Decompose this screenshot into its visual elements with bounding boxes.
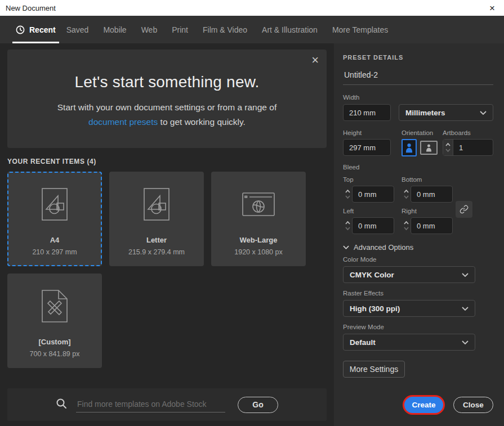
bleed-right-label: Right [402, 208, 417, 214]
height-label: Height [343, 129, 402, 136]
create-button[interactable]: Create [404, 397, 443, 413]
raster-effects-dropdown[interactable]: High (300 ppi) [343, 300, 475, 317]
hero-close-icon[interactable]: × [311, 54, 319, 66]
chevron-down-icon [462, 340, 469, 344]
bleed-right-stepper [402, 217, 453, 234]
tab-film-video[interactable]: Film & Video [195, 16, 255, 43]
increment-icon[interactable] [404, 221, 409, 225]
dialog-footer: Create Close [343, 397, 493, 413]
tab-label: Saved [66, 25, 89, 34]
bleed-left-label: Left [343, 208, 402, 214]
artboard-doc-icon [8, 173, 101, 236]
recent-items-header: YOUR RECENT ITEMS (4) [7, 158, 327, 165]
preset-card-dims: 1920 x 1080 px [234, 248, 283, 256]
bleed-left-stepper [343, 217, 394, 234]
orientation-portrait-button[interactable] [402, 139, 417, 156]
increment-icon[interactable] [404, 190, 409, 193]
go-button[interactable]: Go [238, 397, 278, 413]
increment-icon[interactable] [345, 190, 350, 193]
preset-card-a4[interactable]: A4 210 x 297 mm [7, 172, 102, 266]
document-name-field[interactable] [343, 68, 493, 85]
artboards-increment-icon[interactable] [445, 143, 451, 146]
preset-card-dims: 215.9 x 279.4 mm [128, 248, 185, 256]
preset-card-letter[interactable]: Letter 215.9 x 279.4 mm [109, 172, 204, 266]
tab-print[interactable]: Print [164, 16, 195, 43]
bleed-right-input[interactable] [411, 217, 453, 234]
units-dropdown[interactable]: Millimeters [399, 104, 493, 121]
tab-web[interactable]: Web [134, 16, 165, 43]
search-input[interactable] [76, 397, 225, 412]
more-settings-button[interactable]: More Settings [343, 361, 405, 378]
window-title: New Document [6, 4, 56, 12]
artboards-stepper [443, 139, 493, 156]
window-close-icon[interactable]: × [486, 3, 498, 13]
raster-effects-label: Raster Effects [343, 290, 493, 297]
bleed-bottom-stepper [402, 186, 453, 203]
preset-card-name: A4 [50, 236, 60, 244]
portrait-person-icon [405, 142, 413, 153]
decrement-icon[interactable] [404, 227, 409, 230]
preset-card-custom[interactable]: [Custom] 700 x 841.89 px [7, 273, 102, 368]
color-mode-dropdown[interactable]: CMYK Color [343, 266, 475, 283]
preset-card-name: Web-Large [240, 236, 278, 244]
tab-label: Print [172, 25, 188, 34]
custom-doc-icon [8, 275, 101, 338]
tab-label: Recent [29, 25, 56, 34]
tab-label: More Templates [332, 25, 388, 34]
recent-items-grid: A4 210 x 297 mm Letter 215.9 x 279.4 mm [7, 172, 327, 368]
tab-saved[interactable]: Saved [59, 16, 96, 43]
chevron-down-icon [462, 307, 469, 311]
preview-mode-dropdown[interactable]: Default [343, 334, 475, 351]
tab-label: Art & Illustration [262, 25, 318, 34]
tab-label: Film & Video [203, 25, 247, 34]
bleed-bottom-input[interactable] [411, 186, 453, 203]
width-label: Width [343, 94, 493, 101]
width-input[interactable] [343, 104, 391, 121]
bleed-grid: Top Bottom [343, 176, 493, 234]
landscape-person-icon [425, 144, 432, 152]
bleed-top-input[interactable] [352, 186, 394, 203]
tab-more-templates[interactable]: More Templates [325, 16, 395, 43]
browser-globe-icon [212, 173, 305, 236]
bleed-left-input[interactable] [352, 217, 394, 234]
hero-banner: × Let's start something new. Start with … [7, 50, 327, 148]
preset-details-header: PRESET DETAILS [343, 54, 493, 61]
advanced-options-toggle[interactable]: Advanced Options [343, 243, 493, 252]
close-button[interactable]: Close [453, 397, 493, 413]
decrement-icon[interactable] [345, 195, 350, 199]
bleed-label: Bleed [343, 164, 493, 171]
artboards-decrement-icon[interactable] [445, 149, 451, 152]
tab-label: Mobile [103, 25, 126, 34]
preset-card-name: [Custom] [38, 338, 70, 346]
tab-mobile[interactable]: Mobile [96, 16, 133, 43]
bleed-top-stepper [343, 186, 394, 203]
increment-icon[interactable] [345, 221, 350, 225]
template-category-tabs: Recent Saved Mobile Web Print Film & Vid… [0, 16, 504, 43]
tab-recent[interactable]: Recent [12, 16, 59, 43]
search-icon [56, 398, 67, 411]
height-input[interactable] [343, 139, 391, 156]
hero-subtitle: Start with your own document settings or… [7, 100, 327, 129]
preset-card-web-large[interactable]: Web-Large 1920 x 1080 px [211, 172, 306, 266]
new-document-dialog: New Document × Recent Saved Mobile Web P… [0, 0, 504, 426]
title-bar: New Document × [0, 0, 504, 16]
artboards-label: Artboards [443, 129, 471, 136]
artboard-doc-icon [110, 173, 203, 236]
bleed-link-values-button[interactable] [456, 201, 472, 218]
clock-icon [16, 25, 25, 34]
bleed-top-label: Top [343, 176, 402, 183]
preset-card-dims: 700 x 841.89 px [30, 350, 80, 358]
tab-label: Web [141, 25, 158, 34]
link-icon [460, 205, 469, 214]
decrement-icon[interactable] [404, 195, 409, 199]
orientation-label: Orientation [402, 129, 443, 136]
decrement-icon[interactable] [345, 227, 350, 230]
document-presets-link[interactable]: document presets [88, 117, 158, 127]
artboards-input[interactable] [453, 140, 493, 155]
orientation-landscape-button[interactable] [420, 141, 438, 155]
stock-search-panel: Go [7, 388, 327, 421]
preset-card-dims: 210 x 297 mm [32, 248, 77, 256]
tab-art-illustration[interactable]: Art & Illustration [255, 16, 325, 43]
preset-details-panel: PRESET DETAILS Width Millimeters Height … [334, 43, 504, 426]
chevron-down-icon [480, 111, 487, 115]
